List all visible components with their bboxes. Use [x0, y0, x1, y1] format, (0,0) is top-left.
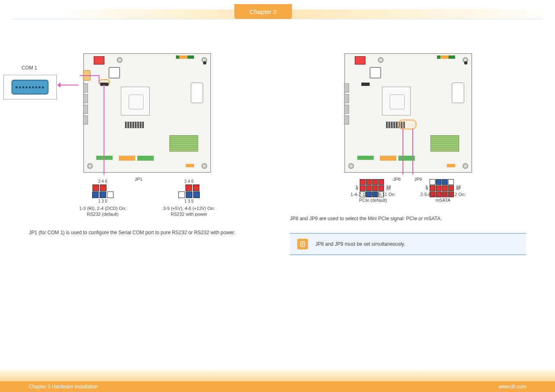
com1-label: COM 1 — [22, 65, 37, 71]
note-text: JP8 and JP9 must be set simultaneously. — [315, 241, 405, 247]
jp8-jp9-jumper-diagrams: 3 12 1 10 1-4-7-10, 2-5-8-11 On:PCIe — [290, 179, 526, 203]
jp89-setting-pcie: 3 12 1 10 1-4-7-10, 2-5-8-11 On:PCIe — [350, 179, 395, 203]
arrow-icon — [58, 85, 79, 85]
motherboard-diagram-left — [83, 53, 211, 173]
footer-left: Chapter 2 Hardware Installation — [29, 384, 98, 390]
serial-connector-icon — [12, 80, 49, 95]
right-column: JP8 JP9 3 12 1 — [290, 53, 526, 255]
jp9-tag: JP9 — [414, 177, 422, 182]
header-red-icon — [94, 56, 104, 65]
chapter-tab: Chapter 2 — [234, 4, 292, 19]
jp8-jp9-description: JP8 and JP9 are used to select the Mini … — [290, 216, 526, 221]
footer-bar: Chapter 2 Hardware Installation www.dfi.… — [0, 370, 555, 392]
page-content: COM 1 — [29, 53, 526, 363]
jp1-setting-default: 2 4 6 1 3 5 1-3 (RI), 2-4 (DCD) On:RS232… — [79, 179, 126, 217]
jp1-description: JP1 (for COM 1) is used to configure the… — [29, 230, 265, 235]
header-underline — [12, 19, 543, 19]
jp1-tag: JP1 — [135, 177, 143, 182]
note-icon — [297, 239, 308, 249]
footer-right: www.dfi.com — [499, 384, 526, 390]
jp1-setting-power: 2 4 6 1 3 5 3-5 (+5V), 4-6 (+12V) On:RS2… — [163, 179, 215, 217]
jp8-jp9-highlight-icon — [398, 120, 416, 129]
jp8-tag: JP8 — [393, 177, 401, 182]
jp1-jumper-diagrams: 2 4 6 1 3 5 1-3 (RI), 2-4 (DCD) On:RS232… — [29, 179, 265, 217]
left-column: COM 1 — [29, 53, 265, 255]
jp89-setting-msata: 3 12 1 10 2-5-8-11, 3-6-9-12 On:mSAT — [421, 179, 466, 203]
com1-port-image — [3, 75, 57, 99]
note-box: JP8 and JP9 must be set simultaneously. — [290, 233, 526, 255]
motherboard-diagram-right — [345, 53, 472, 173]
